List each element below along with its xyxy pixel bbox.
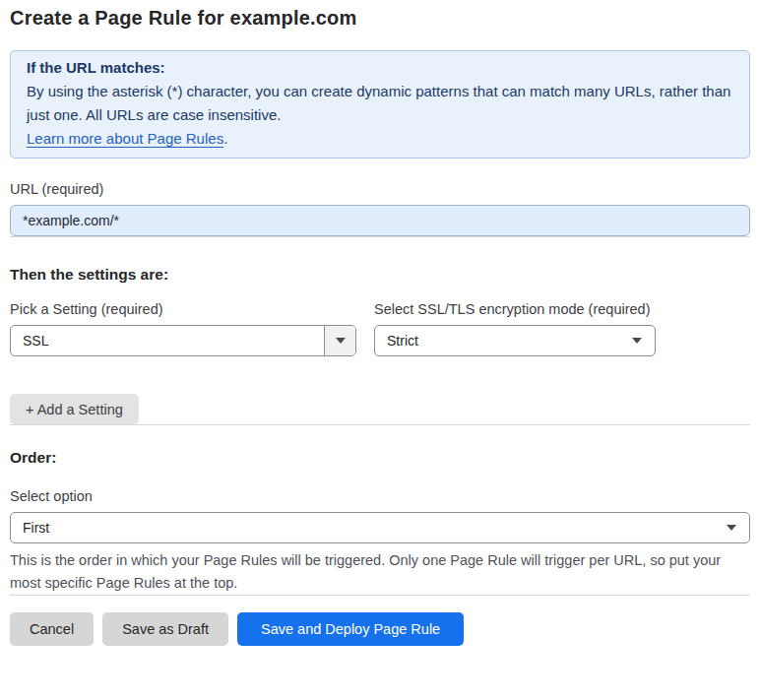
url-label: URL (required) bbox=[10, 181, 750, 197]
save-deploy-button[interactable]: Save and Deploy Page Rule bbox=[237, 612, 464, 646]
ssl-mode-value: Strict bbox=[375, 333, 418, 349]
caret-triangle-icon bbox=[336, 338, 346, 344]
save-draft-button[interactable]: Save as Draft bbox=[102, 612, 228, 646]
learn-more-link[interactable]: Learn more about Page Rules bbox=[27, 130, 223, 147]
url-input[interactable] bbox=[10, 205, 750, 236]
setting-picker-field: Pick a Setting (required) SSL bbox=[10, 301, 356, 356]
order-select[interactable]: First bbox=[10, 512, 750, 543]
settings-row: Pick a Setting (required) SSL Select SSL… bbox=[10, 301, 750, 356]
page-title: Create a Page Rule for example.com bbox=[10, 7, 750, 30]
order-select-label: Select option bbox=[10, 488, 750, 504]
divider bbox=[10, 236, 750, 237]
info-box-body: By using the asterisk (*) character, you… bbox=[27, 80, 733, 127]
chevron-down-icon bbox=[632, 338, 642, 344]
ssl-mode-field: Select SSL/TLS encryption mode (required… bbox=[374, 301, 656, 356]
chevron-down-icon[interactable] bbox=[324, 326, 355, 355]
footer-actions: Cancel Save as Draft Save and Deploy Pag… bbox=[10, 612, 750, 646]
divider bbox=[10, 595, 750, 596]
settings-section-heading: Then the settings are: bbox=[10, 266, 750, 284]
order-section-heading: Order: bbox=[10, 449, 750, 467]
info-box-link-line: Learn more about Page Rules. bbox=[27, 127, 733, 151]
ssl-mode-label: Select SSL/TLS encryption mode (required… bbox=[374, 301, 656, 317]
order-help-text: This is the order in which your Page Rul… bbox=[10, 549, 746, 595]
setting-picker-label: Pick a Setting (required) bbox=[10, 301, 356, 317]
add-setting-button[interactable]: + Add a Setting bbox=[10, 394, 139, 424]
setting-picker-select[interactable]: SSL bbox=[10, 325, 356, 356]
ssl-mode-select[interactable]: Strict bbox=[374, 325, 656, 356]
cancel-button[interactable]: Cancel bbox=[10, 612, 94, 646]
link-period: . bbox=[223, 130, 227, 147]
chevron-down-icon bbox=[727, 525, 736, 531]
url-match-info-box: If the URL matches: By using the asteris… bbox=[10, 50, 750, 159]
create-page-rule-form: Create a Page Rule for example.com If th… bbox=[0, 0, 760, 646]
divider bbox=[10, 424, 750, 425]
order-select-value: First bbox=[11, 520, 49, 536]
setting-picker-value: SSL bbox=[11, 333, 48, 349]
info-box-heading: If the URL matches: bbox=[27, 56, 733, 80]
